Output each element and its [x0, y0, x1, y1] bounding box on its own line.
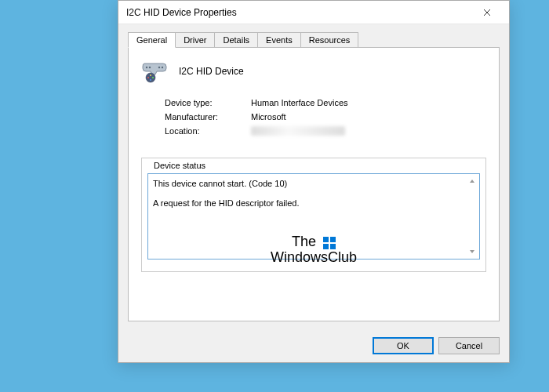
manufacturer-value: Microsoft: [251, 112, 486, 122]
device-header: I2C HID Device: [141, 59, 486, 84]
close-button[interactable]: [471, 2, 503, 24]
svg-point-1: [149, 67, 151, 68]
tab-strip: General Driver Details Events Resources: [128, 32, 500, 47]
tab-general[interactable]: General: [128, 32, 176, 48]
window-title: I2C HID Device Properties: [126, 7, 471, 18]
status-line-2: A request for the HID descriptor failed.: [153, 197, 474, 210]
svg-point-6: [152, 77, 154, 78]
svg-point-8: [150, 79, 151, 81]
device-type-value: Human Interface Devices: [251, 98, 486, 107]
prop-row-type: Device type: Human Interface Devices: [165, 98, 486, 107]
tab-panel-general: I2C HID Device Device type: Human Interf…: [128, 47, 500, 321]
svg-point-0: [146, 67, 147, 68]
titlebar[interactable]: I2C HID Device Properties: [118, 1, 509, 24]
ok-button[interactable]: OK: [373, 337, 434, 354]
tab-events[interactable]: Events: [257, 32, 301, 47]
tab-resources[interactable]: Resources: [300, 32, 359, 47]
svg-point-2: [162, 67, 163, 68]
scroll-down-arrow-icon[interactable]: [467, 246, 478, 257]
svg-point-4: [146, 73, 155, 82]
scroll-up-arrow-icon[interactable]: [467, 176, 478, 187]
location-value: [251, 126, 486, 137]
tab-driver[interactable]: Driver: [175, 32, 215, 47]
properties-dialog: I2C HID Device Properties General Driver…: [118, 0, 510, 363]
prop-row-location: Location:: [165, 126, 486, 137]
prop-row-manufacturer: Manufacturer: Microsoft: [165, 112, 486, 122]
hid-device-icon: [141, 59, 169, 84]
status-line-1: This device cannot start. (Code 10): [153, 177, 474, 191]
device-properties: Device type: Human Interface Devices Man…: [165, 98, 486, 137]
svg-point-5: [147, 77, 149, 78]
device-status-legend: Device status: [151, 161, 209, 170]
svg-point-7: [150, 74, 151, 76]
cancel-button[interactable]: Cancel: [438, 337, 500, 354]
device-status-group: Device status This device cannot start. …: [141, 153, 486, 272]
device-name: I2C HID Device: [179, 66, 244, 77]
device-type-label: Device type:: [165, 98, 251, 107]
redacted-location: [251, 126, 345, 136]
location-label: Location:: [165, 126, 251, 137]
dialog-content: General Driver Details Events Resources: [118, 24, 509, 329]
close-icon: [483, 9, 491, 16]
tab-details[interactable]: Details: [214, 32, 258, 47]
manufacturer-label: Manufacturer:: [165, 112, 251, 122]
svg-point-3: [158, 67, 160, 68]
dialog-button-row: OK Cancel: [118, 329, 509, 362]
device-status-textbox[interactable]: This device cannot start. (Code 10) A re…: [147, 173, 480, 260]
